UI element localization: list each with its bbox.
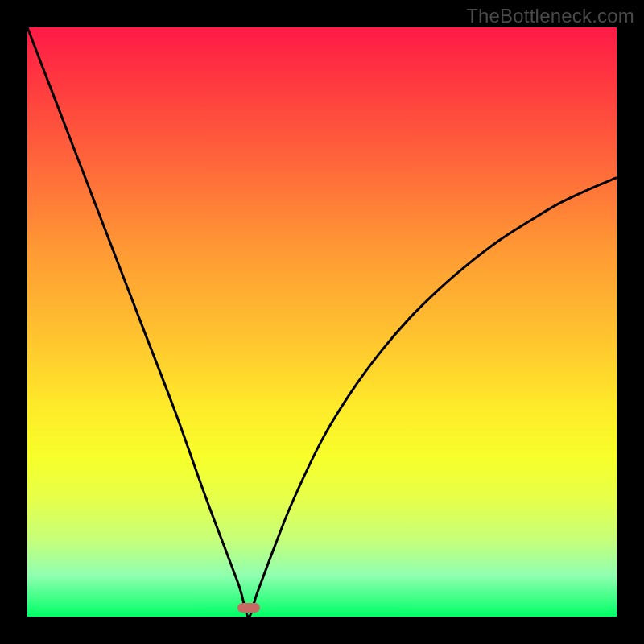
bottleneck-curve-svg <box>27 27 617 617</box>
chart-frame: TheBottleneck.com <box>0 0 644 644</box>
bottleneck-curve-path <box>27 27 617 617</box>
minimum-marker <box>237 603 260 613</box>
watermark-text: TheBottleneck.com <box>466 5 634 27</box>
